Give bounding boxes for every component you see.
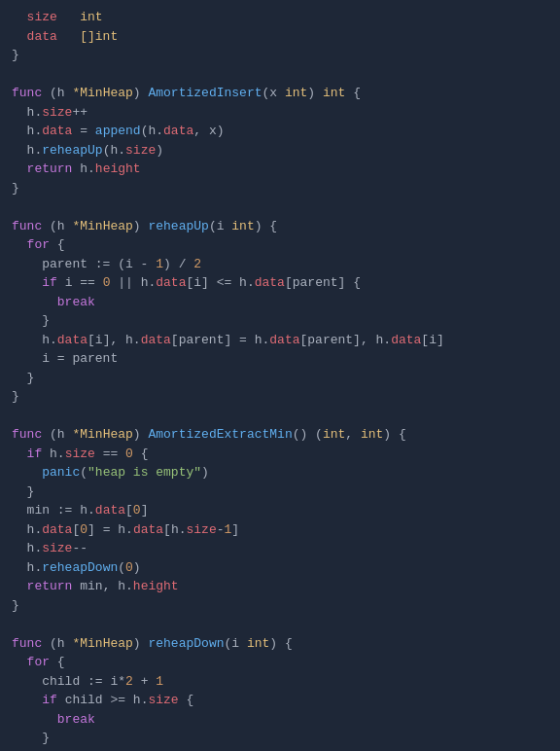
code-token: 0: [80, 522, 88, 537]
code-token: size: [42, 105, 72, 120]
code-token: reheapUp: [42, 143, 102, 158]
code-token: size: [65, 447, 95, 461]
code-token: reheapUp: [148, 219, 208, 233]
code-token: ) {: [255, 219, 277, 233]
code-token: h.: [72, 161, 94, 176]
code-token: (i: [224, 636, 246, 651]
code-line: if child >= h.size {: [12, 691, 548, 710]
code-token: 2: [125, 674, 133, 689]
code-token: append: [95, 124, 141, 138]
code-line: for {: [12, 653, 548, 672]
code-line: [12, 615, 548, 634]
code-token: return: [27, 161, 73, 176]
code-token: data: [57, 333, 88, 347]
code-token: child >= h.: [57, 693, 149, 707]
code-line: h.size--: [12, 539, 548, 558]
code-token: }: [12, 731, 50, 745]
code-token: [12, 465, 42, 480]
code-line: }: [12, 729, 548, 748]
code-token: []int: [57, 29, 118, 44]
code-token: for: [27, 237, 50, 252]
code-token: ): [133, 636, 149, 651]
code-token: func: [12, 219, 42, 233]
code-token: ): [307, 86, 323, 100]
code-line: }: [12, 311, 548, 331]
code-token: {: [345, 86, 361, 100]
code-line: }: [12, 483, 548, 502]
code-token: (: [80, 465, 88, 480]
code-token: *MinHeap: [72, 86, 132, 100]
code-token: data: [42, 124, 72, 138]
code-token: func: [12, 427, 42, 442]
code-token: size: [148, 693, 178, 707]
code-token: [h.: [163, 522, 186, 537]
code-line: func (h *MinHeap) reheapDown(i int) {: [12, 634, 548, 654]
code-token: ): [133, 86, 149, 100]
code-token: }: [12, 181, 19, 196]
code-token: }: [12, 313, 50, 328]
code-token: ==: [95, 447, 125, 461]
code-token: +: [133, 674, 156, 689]
code-token: (i: [209, 219, 231, 233]
code-line: [12, 197, 548, 217]
code-token: [i]: [421, 333, 443, 347]
code-token: }: [12, 598, 19, 613]
code-token: h.: [42, 447, 64, 461]
code-token: ++: [72, 105, 88, 120]
code-token: [parent] {: [285, 275, 361, 290]
code-token: [i], h.: [88, 333, 141, 347]
code-token: data: [95, 503, 125, 518]
code-token: size: [125, 143, 156, 158]
code-line: h.data[0] = h.data[h.size-1]: [12, 520, 548, 540]
code-token: {: [179, 693, 194, 707]
code-token: size: [187, 522, 217, 537]
code-token: || h.: [110, 275, 156, 290]
code-token: size: [42, 541, 72, 555]
code-token: , x): [193, 124, 224, 138]
code-line: i = parent: [12, 349, 548, 369]
code-token: (h.: [103, 143, 125, 158]
code-line: }: [12, 387, 548, 407]
code-token: [12, 655, 27, 669]
code-token: data: [42, 522, 72, 537]
code-token: if: [42, 693, 57, 707]
code-token: (h: [42, 636, 72, 651]
code-line: data []int: [12, 27, 548, 47]
code-token: (x: [262, 86, 285, 100]
code-token: data: [255, 275, 285, 290]
code-token: if: [42, 275, 57, 290]
code-token: h.: [12, 105, 42, 120]
code-line: if i == 0 || h.data[i] <= h.data[parent]…: [12, 273, 548, 293]
code-token: data: [391, 333, 421, 347]
code-token: min, h.: [72, 579, 132, 593]
code-token: data: [163, 124, 193, 138]
code-token: [12, 237, 27, 252]
code-token: min := h.: [12, 503, 95, 518]
code-token: ] = h.: [88, 522, 133, 537]
code-token: -: [217, 522, 225, 537]
code-token: 1: [156, 674, 163, 689]
code-token: [12, 447, 27, 461]
code-token: 0: [125, 560, 133, 575]
code-token: }: [12, 371, 34, 385]
code-token: [parent], h.: [300, 333, 392, 347]
code-line: parent := (i - 1) / 2: [12, 255, 548, 274]
code-line: break: [12, 710, 548, 730]
code-token: *MinHeap: [72, 427, 132, 442]
code-token: if: [27, 447, 43, 461]
code-token: int: [247, 636, 269, 651]
code-token: h.: [12, 541, 42, 555]
code-line: h.reheapUp(h.size): [12, 141, 548, 161]
code-line: return min, h.height: [12, 577, 548, 596]
code-token: parent := (i -: [12, 257, 156, 271]
code-line: func (h *MinHeap) reheapUp(i int) {: [12, 217, 548, 236]
code-token: {: [50, 655, 65, 669]
code-token: () (: [293, 427, 323, 442]
code-token: ) {: [269, 636, 292, 651]
code-token: =: [72, 124, 94, 138]
code-token: [i] <= h.: [186, 275, 254, 290]
code-line: h.data = append(h.data, x): [12, 122, 548, 141]
code-token: [12, 161, 27, 176]
code-container: size int data []int} func (h *MinHeap) A…: [12, 8, 548, 751]
code-token: h.: [12, 522, 42, 537]
